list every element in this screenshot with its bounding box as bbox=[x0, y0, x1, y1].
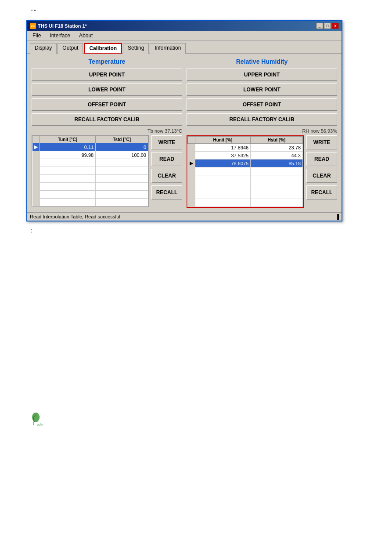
temp-row-col1-2[interactable] bbox=[40, 159, 96, 167]
temp-row-col2-3[interactable] bbox=[96, 167, 148, 175]
close-button[interactable]: X bbox=[332, 23, 339, 29]
menu-file[interactable]: File bbox=[30, 32, 43, 40]
rh-row-col2-3[interactable] bbox=[251, 167, 303, 175]
rh-row-col1-1[interactable]: 37.5325 bbox=[195, 152, 251, 160]
title-bar: ec THS UI F18 Station 1* _ □ X bbox=[27, 21, 342, 31]
temp-col1-header: Tunit [°C] bbox=[40, 136, 96, 143]
temp-clear-button[interactable]: CLEAR bbox=[151, 169, 182, 183]
rh-lower-point-button[interactable]: LOWER POINT bbox=[187, 83, 337, 96]
two-col-layout: Temperature UPPER POINT LOWER POINT OFFS… bbox=[32, 58, 337, 208]
rh-row-col2-0[interactable]: 23.78 bbox=[251, 144, 303, 152]
rh-row-col1-2[interactable]: 78.6075 bbox=[195, 160, 251, 167]
rh-row-arrow-0 bbox=[188, 144, 195, 152]
rh-table-section: Hunit [%] Hstd [%] 17.8946 23.78 37.5325… bbox=[187, 135, 337, 208]
title-bar-controls[interactable]: _ □ X bbox=[316, 23, 339, 29]
rh-upper-point-button[interactable]: UPPER POINT bbox=[187, 69, 337, 81]
temp-row-col1-4[interactable] bbox=[40, 175, 96, 183]
rh-row-col2-5[interactable] bbox=[251, 183, 303, 191]
temp-row-col2-6[interactable] bbox=[96, 191, 148, 199]
rh-row-col1-0[interactable]: 17.8946 bbox=[195, 144, 251, 152]
temp-side-buttons: WRITE READ CLEAR RECALL bbox=[151, 135, 182, 207]
maximize-button[interactable]: □ bbox=[324, 23, 331, 29]
tab-display[interactable]: Display bbox=[30, 43, 57, 54]
rh-row-col1-7[interactable] bbox=[195, 199, 251, 207]
temp-row-arrow-7 bbox=[32, 199, 40, 207]
temp-row-col1-5[interactable] bbox=[40, 183, 96, 191]
menu-about[interactable]: About bbox=[76, 32, 95, 40]
temp-row-col1-7[interactable] bbox=[40, 199, 96, 207]
tb-now-label: Tb now 37.13°C bbox=[32, 128, 182, 134]
status-text: Read Interpolation Table, Read successfu… bbox=[30, 214, 120, 219]
rh-write-button[interactable]: WRITE bbox=[306, 135, 337, 149]
title-bar-left: ec THS UI F18 Station 1* bbox=[30, 23, 87, 29]
rh-row-col2-4[interactable] bbox=[251, 175, 303, 183]
temp-row-arrow-0: ▶ bbox=[32, 143, 40, 151]
window-title: THS UI F18 Station 1* bbox=[38, 23, 87, 29]
content-area: Temperature UPPER POINT LOWER POINT OFFS… bbox=[27, 54, 342, 212]
temp-col2-header: Tstd [°C] bbox=[96, 136, 148, 143]
menu-interface[interactable]: Interface bbox=[47, 32, 73, 40]
temp-table-wrapper: Tunit [°C] Tstd [°C] ▶ 0.11 0 99.98 100.… bbox=[32, 135, 149, 207]
rh-col1-header: Hunit [%] bbox=[195, 137, 251, 144]
temp-lower-point-button[interactable]: LOWER POINT bbox=[32, 83, 182, 96]
temp-row-col2-1[interactable]: 100.00 bbox=[96, 151, 148, 159]
temp-row-arrow-4 bbox=[32, 175, 40, 183]
tab-output[interactable]: Output bbox=[58, 43, 83, 54]
rh-table-wrapper: Hunit [%] Hstd [%] 17.8946 23.78 37.5325… bbox=[187, 135, 304, 208]
temp-read-button[interactable]: READ bbox=[151, 152, 182, 166]
temp-row-col1-0[interactable]: 0.11 bbox=[40, 143, 96, 151]
temp-recall-button[interactable]: RECALL bbox=[151, 185, 182, 200]
temp-row-col2-4[interactable] bbox=[96, 175, 148, 183]
rh-row-col1-3[interactable] bbox=[195, 167, 251, 175]
temp-row-col2-5[interactable] bbox=[96, 183, 148, 191]
temp-row-arrow-6 bbox=[32, 191, 40, 199]
top-quote: " " bbox=[31, 9, 366, 15]
temp-recall-factory-button[interactable]: RECALL FACTORY CALIB bbox=[32, 113, 182, 126]
rh-read-button[interactable]: READ bbox=[306, 152, 337, 166]
tab-information[interactable]: Information bbox=[150, 43, 186, 54]
tab-setting[interactable]: Setting bbox=[123, 43, 149, 54]
temp-row-arrow-5 bbox=[32, 183, 40, 191]
rh-row-col1-4[interactable] bbox=[195, 175, 251, 183]
temp-row-col2-0[interactable]: 0 bbox=[96, 143, 148, 151]
rh-row-arrow-5 bbox=[188, 183, 195, 191]
rh-row-col1-5[interactable] bbox=[195, 183, 251, 191]
rh-clear-button[interactable]: CLEAR bbox=[306, 169, 337, 183]
temp-upper-point-button[interactable]: UPPER POINT bbox=[32, 69, 182, 81]
temp-arrow-header bbox=[32, 136, 40, 143]
rh-recall-factory-button[interactable]: RECALL FACTORY CALIB bbox=[187, 113, 337, 126]
rh-data-table: Hunit [%] Hstd [%] 17.8946 23.78 37.5325… bbox=[187, 136, 303, 207]
svg-text:e/c: e/c bbox=[37, 423, 43, 427]
temp-offset-point-button[interactable]: OFFSET POINT bbox=[32, 98, 182, 111]
menu-bar: File Interface About bbox=[27, 31, 342, 41]
temp-data-table: Tunit [°C] Tstd [°C] ▶ 0.11 0 99.98 100.… bbox=[32, 136, 148, 207]
rh-row-arrow-6 bbox=[188, 191, 195, 199]
temp-row-col2-7[interactable] bbox=[96, 199, 148, 207]
tab-calibration[interactable]: Calibration bbox=[84, 43, 122, 54]
status-right: ▐ bbox=[335, 214, 339, 219]
temperature-col: Temperature UPPER POINT LOWER POINT OFFS… bbox=[32, 58, 182, 208]
app-icon: ec bbox=[30, 23, 36, 29]
rh-row-col2-1[interactable]: 44.3 bbox=[251, 152, 303, 160]
application-window: ec THS UI F18 Station 1* _ □ X File Inte… bbox=[26, 20, 342, 221]
rh-row-arrow-1 bbox=[188, 152, 195, 160]
rh-row-col2-6[interactable] bbox=[251, 191, 303, 199]
rh-row-col1-6[interactable] bbox=[195, 191, 251, 199]
humidity-col: Relative Humidity UPPER POINT LOWER POIN… bbox=[187, 58, 337, 208]
rh-recall-button[interactable]: RECALL bbox=[306, 185, 337, 200]
temp-row-col2-2[interactable] bbox=[96, 159, 148, 167]
temp-write-button[interactable]: WRITE bbox=[151, 135, 182, 149]
temp-row-col1-3[interactable] bbox=[40, 167, 96, 175]
temp-row-col1-1[interactable]: 99.98 bbox=[40, 151, 96, 159]
temp-row-col1-6[interactable] bbox=[40, 191, 96, 199]
rh-row-col2-2[interactable]: 85.18 bbox=[251, 160, 303, 167]
humidity-title: Relative Humidity bbox=[187, 58, 337, 65]
rh-row-arrow-3 bbox=[188, 167, 195, 175]
temperature-title: Temperature bbox=[32, 58, 182, 65]
rh-row-arrow-4 bbox=[188, 175, 195, 183]
rh-row-col2-7[interactable] bbox=[251, 199, 303, 207]
rh-offset-point-button[interactable]: OFFSET POINT bbox=[187, 98, 337, 111]
rh-row-arrow-7 bbox=[188, 199, 195, 207]
minimize-button[interactable]: _ bbox=[316, 23, 323, 29]
temp-table-section: Tunit [°C] Tstd [°C] ▶ 0.11 0 99.98 100.… bbox=[32, 135, 182, 207]
